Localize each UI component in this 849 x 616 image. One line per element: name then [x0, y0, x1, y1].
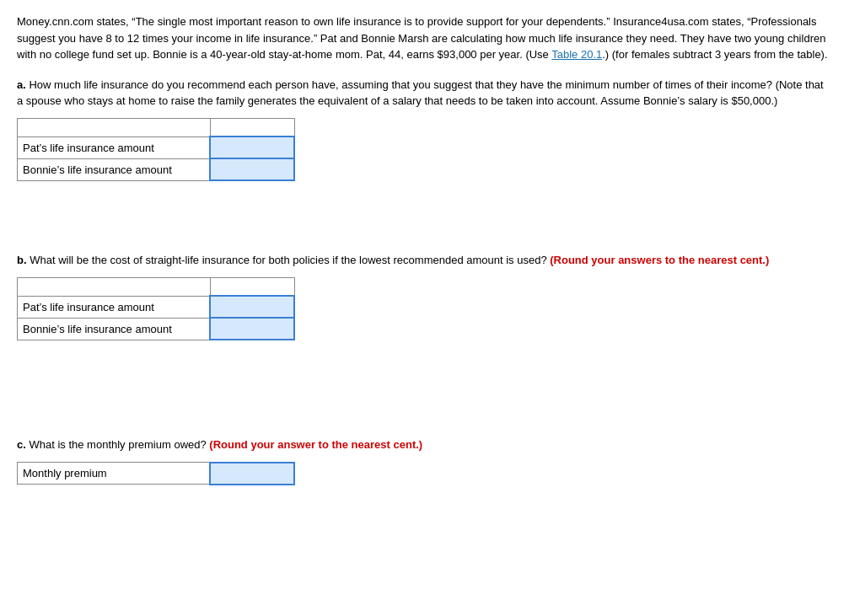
question-b-table: Pat’s life insurance amount Bonnie’s lif… — [17, 277, 295, 341]
monthly-premium-label: Monthly premium — [18, 463, 211, 485]
question-a-label: a. How much life insurance do you recomm… — [17, 77, 832, 110]
table-link[interactable]: Table 20.1 — [551, 48, 602, 61]
question-a-block: a. How much life insurance do you recomm… — [17, 77, 832, 182]
bonnie-insurance-input-b[interactable] — [211, 319, 293, 339]
table-row: Bonnie’s life insurance amount — [18, 318, 295, 340]
pat-insurance-label: Pat’s life insurance amount — [18, 137, 211, 158]
question-a-col1-header — [18, 118, 211, 137]
table-row: Bonnie’s life insurance amount — [18, 158, 295, 180]
bonnie-insurance-input-a[interactable] — [211, 159, 293, 179]
question-a-col2-header — [210, 118, 294, 137]
question-c-block: c. What is the monthly premium owed? (Ro… — [17, 437, 832, 485]
table-row: Pat’s life insurance amount — [18, 296, 295, 318]
bonnie-insurance-input-cell[interactable] — [210, 158, 294, 180]
question-c-highlight: (Round your answer to the nearest cent.) — [207, 438, 422, 451]
question-c-bold: c. — [17, 438, 26, 451]
question-c-table: Monthly premium — [17, 462, 295, 485]
question-b-col2-header — [210, 277, 294, 296]
question-b-label: b. What will be the cost of straight-lif… — [17, 252, 832, 269]
pat-insurance-input-cell-b[interactable] — [210, 296, 294, 318]
bonnie-insurance-label: Bonnie’s life insurance amount — [18, 158, 211, 180]
table-row: Pat’s life insurance amount — [18, 137, 295, 158]
monthly-premium-input[interactable] — [211, 463, 293, 484]
bonnie-insurance-label-b: Bonnie’s life insurance amount — [18, 318, 211, 340]
question-b-bold: b. — [17, 254, 27, 266]
question-b-block: b. What will be the cost of straight-lif… — [17, 252, 832, 340]
question-a-text: How much life insurance do you recommend… — [17, 78, 824, 108]
question-b-highlight: (Round your answers to the nearest cent.… — [547, 254, 770, 266]
question-b-table-container: Pat’s life insurance amount Bonnie’s lif… — [17, 277, 832, 341]
question-a-table-container: Pat’s life insurance amount Bonnie’s lif… — [17, 118, 832, 182]
pat-insurance-input-cell[interactable] — [210, 137, 294, 158]
table-row: Monthly premium — [18, 463, 295, 485]
bonnie-insurance-input-cell-b[interactable] — [210, 318, 294, 340]
question-b-col1-header — [18, 277, 211, 296]
pat-insurance-input-a[interactable] — [211, 137, 293, 158]
intro-text-2: .) (for females subtract 3 years from th… — [602, 48, 827, 61]
question-a-bold: a. — [17, 78, 26, 91]
question-c-text: What is the monthly premium owed? — [26, 438, 207, 451]
question-c-table-container: Monthly premium — [17, 462, 832, 485]
intro-paragraph: Money.cnn.com states, “The single most i… — [17, 13, 832, 63]
pat-insurance-label-b: Pat’s life insurance amount — [18, 296, 211, 318]
question-a-table: Pat’s life insurance amount Bonnie’s lif… — [17, 118, 295, 182]
question-b-text: What will be the cost of straight-life i… — [27, 254, 547, 266]
pat-insurance-input-b[interactable] — [211, 297, 293, 317]
question-c-label: c. What is the monthly premium owed? (Ro… — [17, 437, 832, 453]
monthly-premium-input-cell[interactable] — [210, 463, 294, 485]
